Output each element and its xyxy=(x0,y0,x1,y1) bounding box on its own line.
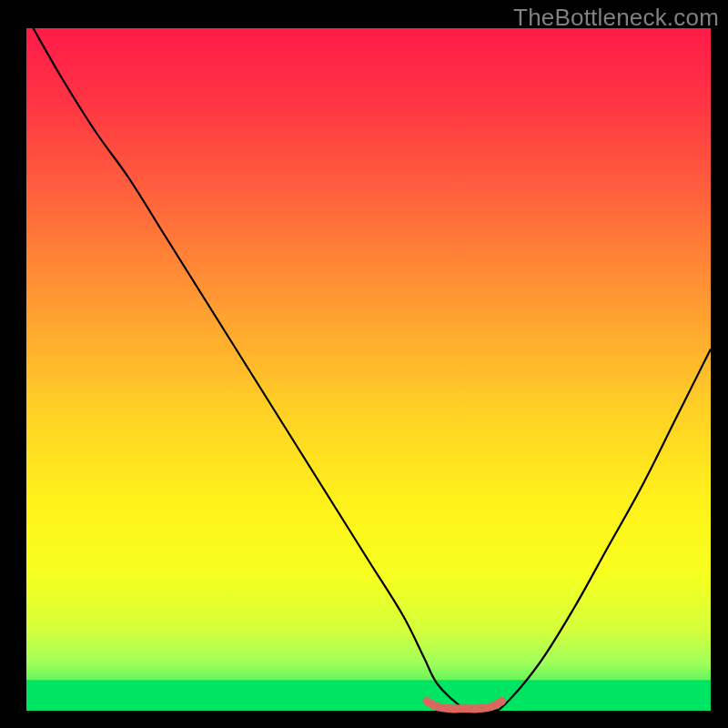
bottleneck-chart xyxy=(0,0,728,728)
plot-background-gradient xyxy=(26,28,711,711)
chart-frame: TheBottleneck.com xyxy=(0,0,728,728)
optimal-band xyxy=(26,680,711,711)
watermark-text: TheBottleneck.com xyxy=(513,4,719,32)
